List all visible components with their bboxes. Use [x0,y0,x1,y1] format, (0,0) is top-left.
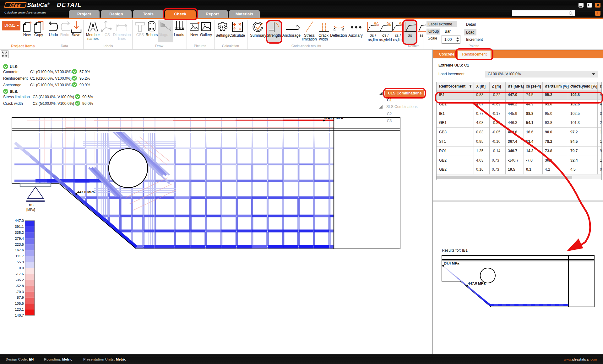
svg-text:111.7: 111.7 [15,254,24,258]
svg-text:[MPa]: [MPa] [26,208,35,211]
svg-text:-35.2: -35.2 [16,278,24,282]
svg-text:447.0: 447.0 [15,219,24,222]
svg-text:-140.7: -140.7 [14,313,24,317]
svg-text:%: % [374,21,379,27]
svg-text:σs: σs [29,202,34,207]
svg-text:-70.3: -70.3 [16,290,24,294]
svg-text:-105.5: -105.5 [14,302,24,305]
svg-text:-17.6: -17.6 [16,272,24,276]
svg-text:-52.8: -52.8 [16,284,24,288]
svg-text:279.4: 279.4 [15,237,24,240]
svg-text:223.5: 223.5 [15,243,24,246]
svg-text:-87.9: -87.9 [16,296,24,299]
svg-text:447.0 MPa: 447.0 MPa [77,190,95,194]
svg-text:0.0: 0.0 [19,266,24,270]
svg-text:24.4 MPa: 24.4 MPa [444,261,459,265]
svg-text:167.6: 167.6 [15,248,24,252]
svg-text:%: % [387,21,391,27]
svg-text:%: % [399,21,404,27]
svg-text:55.9: 55.9 [17,260,24,264]
svg-text:391.1: 391.1 [15,225,24,228]
svg-text:-123.1: -123.1 [14,308,24,311]
svg-text:335.2: 335.2 [15,231,24,234]
svg-text:-140.7 MPa: -140.7 MPa [324,116,343,120]
svg-text:447.0 MPa: 447.0 MPa [468,281,486,285]
